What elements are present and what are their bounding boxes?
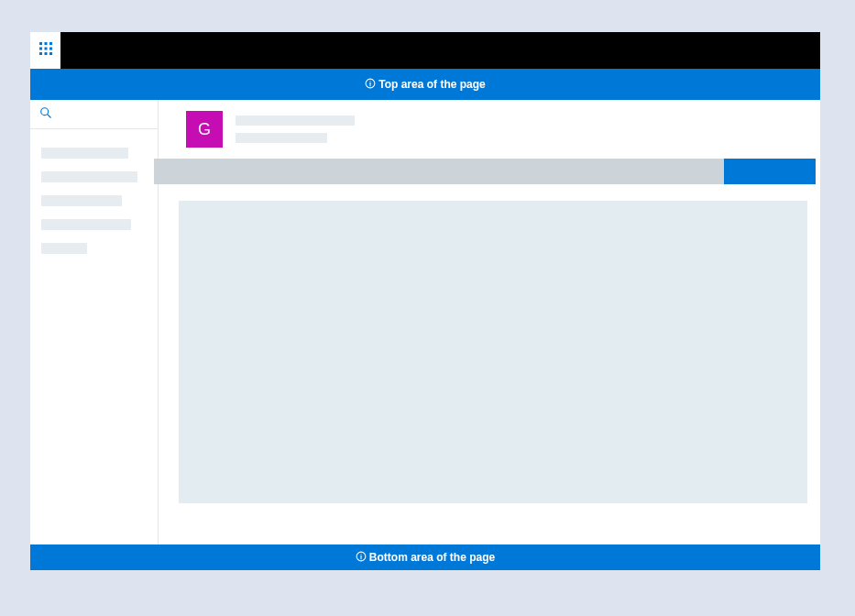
app-frame: Top area of the page G: [30, 32, 820, 570]
nav-item-placeholder[interactable]: [41, 219, 131, 230]
nav-item-placeholder[interactable]: [41, 195, 122, 206]
bottom-area-label: Bottom area of the page: [369, 551, 495, 564]
avatar[interactable]: G: [186, 111, 223, 148]
profile-subtitle-placeholder: [236, 133, 327, 143]
sidebar: [30, 100, 159, 544]
svg-rect-6: [39, 52, 42, 55]
profile-header: G: [159, 100, 820, 159]
svg-rect-1: [44, 42, 47, 45]
toolbar: [154, 159, 816, 184]
svg-rect-5: [49, 48, 52, 50]
svg-rect-8: [49, 52, 52, 55]
nav-item-placeholder[interactable]: [41, 243, 87, 254]
nav-item-placeholder[interactable]: [41, 171, 137, 182]
svg-line-13: [48, 114, 51, 117]
search-icon: [39, 106, 52, 123]
profile-text: [236, 116, 355, 143]
svg-rect-0: [39, 42, 42, 45]
nav-list: [30, 129, 158, 254]
profile-name-placeholder: [236, 116, 355, 126]
title-bar: [60, 32, 820, 69]
svg-rect-3: [39, 48, 42, 50]
main-content: G: [159, 100, 820, 544]
waffle-icon: [38, 41, 53, 60]
info-icon: [356, 551, 369, 565]
svg-rect-7: [44, 52, 47, 55]
svg-point-11: [370, 80, 371, 81]
app-launcher-button[interactable]: [30, 32, 60, 69]
content-panel: [179, 201, 807, 503]
info-icon: [365, 78, 378, 92]
nav-item-placeholder[interactable]: [41, 148, 128, 159]
toolbar-primary-button[interactable]: [724, 159, 816, 184]
top-area-callout: Top area of the page: [30, 69, 820, 100]
svg-point-16: [360, 553, 361, 554]
top-area-label: Top area of the page: [378, 78, 485, 91]
svg-rect-2: [49, 42, 52, 45]
toolbar-area[interactable]: [154, 159, 724, 184]
bottom-area-callout: Bottom area of the page: [30, 544, 820, 570]
svg-rect-4: [44, 48, 47, 50]
search-input[interactable]: [30, 100, 158, 129]
avatar-letter: G: [198, 120, 211, 139]
